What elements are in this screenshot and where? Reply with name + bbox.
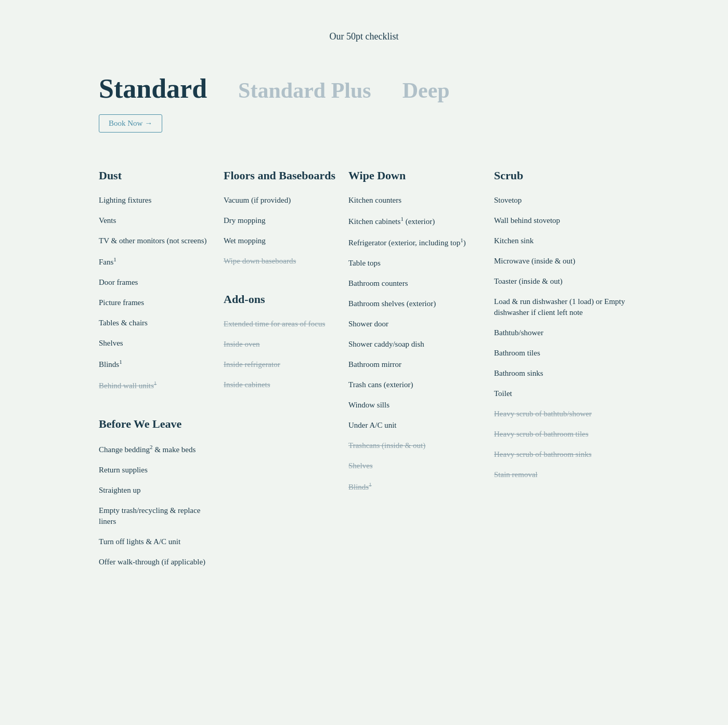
- list-item: Stovetop: [494, 195, 640, 206]
- list-item: Shelves: [99, 338, 213, 349]
- list-item: Heavy scrub of bathtub/shower: [494, 408, 640, 419]
- list-item: Bathtub/shower: [494, 327, 640, 338]
- list-item: Inside refrigerator: [224, 359, 338, 370]
- list-item: Wipe down baseboards: [224, 256, 338, 267]
- list-item: Change bedding2 & make beds: [99, 443, 213, 455]
- list-item: Kitchen cabinets1 (exterior): [348, 215, 484, 227]
- list-item: Microwave (inside & out): [494, 256, 640, 267]
- list-item: Picture frames: [99, 297, 213, 308]
- list-item: Heavy scrub of bathroom sinks: [494, 449, 640, 460]
- list-item: Extended time for areas of focus: [224, 319, 338, 329]
- floors-title: Floors and Baseboards: [224, 169, 338, 182]
- list-item: Trashcans (inside & out): [348, 440, 484, 451]
- list-item: Inside cabinets: [224, 379, 338, 390]
- list-item: Bathroom mirror: [348, 359, 484, 370]
- wipedown-title: Wipe Down: [348, 169, 484, 182]
- list-item: Window sills: [348, 400, 484, 411]
- list-item: Offer walk-through (if applicable): [99, 557, 213, 568]
- list-item: TV & other monitors (not screens): [99, 235, 213, 246]
- list-item: Shelves: [348, 460, 484, 471]
- list-item: Dry mopping: [224, 215, 338, 226]
- wipedown-section: Wipe Down Kitchen counters Kitchen cabin…: [348, 169, 484, 577]
- list-item: Blinds1: [348, 481, 484, 493]
- list-item: Table tops: [348, 258, 484, 269]
- page-wrapper: Our 50pt checklist Standard Standard Plu…: [78, 0, 650, 608]
- page-subtitle: Our 50pt checklist: [99, 31, 629, 42]
- list-item: Stain removal: [494, 469, 640, 480]
- list-item: Straighten up: [99, 485, 213, 496]
- list-item: Door frames: [99, 277, 213, 288]
- scrub-section: Scrub Stovetop Wall behind stovetop Kitc…: [494, 169, 640, 577]
- list-item: Fans1: [99, 256, 213, 268]
- list-item: Wall behind stovetop: [494, 215, 640, 226]
- floors-section: Floors and Baseboards Vacuum (if provide…: [224, 169, 338, 577]
- list-item: Load & run dishwasher (1 load) or Empty …: [494, 296, 640, 318]
- list-item: Lighting fixtures: [99, 195, 213, 206]
- list-item: Bathroom tiles: [494, 348, 640, 359]
- list-item: Inside oven: [224, 339, 338, 350]
- list-item: Blinds1: [99, 358, 213, 370]
- list-item: Tables & chairs: [99, 318, 213, 328]
- list-item: Kitchen counters: [348, 195, 484, 206]
- list-item: Under A/C unit: [348, 420, 484, 431]
- dust-section: Dust Lighting fixtures Vents TV & other …: [99, 169, 213, 577]
- scrub-title: Scrub: [494, 169, 640, 182]
- list-item: Shower door: [348, 319, 484, 329]
- book-now-button[interactable]: Book Now →: [99, 114, 162, 133]
- checklist-grid: Dust Lighting fixtures Vents TV & other …: [99, 169, 629, 577]
- dust-title: Dust: [99, 169, 213, 182]
- list-item: Bathroom counters: [348, 278, 484, 289]
- list-item: Toaster (inside & out): [494, 276, 640, 287]
- service-tabs: Standard Standard Plus Deep: [99, 73, 629, 104]
- list-item: Return supplies: [99, 465, 213, 476]
- list-item: Kitchen sink: [494, 235, 640, 246]
- list-item: Turn off lights & A/C unit: [99, 536, 213, 547]
- list-item: Refrigerator (exterior, including top1): [348, 236, 484, 248]
- list-item: Vacuum (if provided): [224, 195, 338, 206]
- addons-title: Add-ons: [224, 293, 338, 306]
- list-item: Toilet: [494, 388, 640, 399]
- addons-section: Add-ons Extended time for areas of focus…: [224, 293, 338, 390]
- list-item: Empty trash/recycling & replace liners: [99, 505, 213, 527]
- list-item: Vents: [99, 215, 213, 226]
- list-item: Bathroom shelves (exterior): [348, 298, 484, 309]
- before-we-leave-title: Before We Leave: [99, 417, 213, 431]
- tab-standard[interactable]: Standard: [99, 73, 207, 104]
- list-item: Behind wall units1: [99, 379, 213, 391]
- tab-deep[interactable]: Deep: [402, 78, 450, 103]
- list-item: Trash cans (exterior): [348, 379, 484, 390]
- before-we-leave-section: Before We Leave Change bedding2 & make b…: [99, 417, 213, 568]
- tab-standard-plus[interactable]: Standard Plus: [238, 78, 371, 103]
- list-item: Shower caddy/soap dish: [348, 339, 484, 350]
- list-item: Bathroom sinks: [494, 368, 640, 379]
- list-item: Heavy scrub of bathroom tiles: [494, 429, 640, 440]
- list-item: Wet mopping: [224, 235, 338, 246]
